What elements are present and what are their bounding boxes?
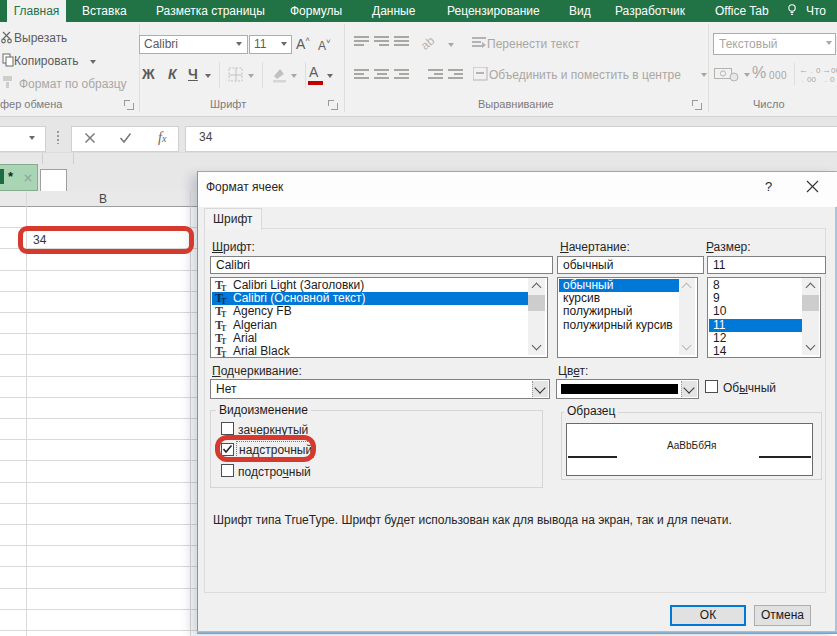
svg-text:ab: ab xyxy=(421,35,438,51)
